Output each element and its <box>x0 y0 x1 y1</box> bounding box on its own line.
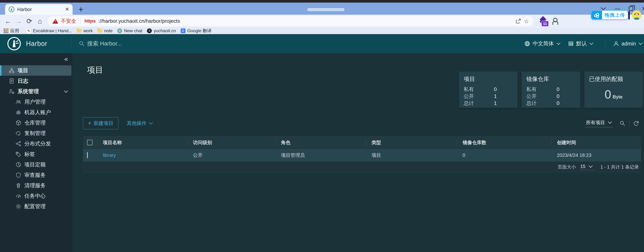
stat-row: 私有 0 <box>464 86 513 93</box>
stat-label: 私有 <box>464 86 494 93</box>
apps-grid-icon <box>4 29 8 33</box>
back-button[interactable]: ← <box>3 18 13 25</box>
address-bar[interactable]: 不安全 https ://harbor.yuchaoit.cn/harbor/p… <box>48 16 534 26</box>
project-name-link[interactable]: library <box>97 152 188 158</box>
sidebar-item-robot[interactable]: 机器人账户 <box>0 107 72 118</box>
sidebar-item-logs[interactable]: 日志 <box>0 76 72 86</box>
system-icon <box>8 88 15 94</box>
access-level-cell: 公开 <box>188 152 276 158</box>
security-warning-icon[interactable] <box>52 19 58 24</box>
sidebar-item-distribution[interactable]: 分布式分发 <box>0 138 72 149</box>
bookmark-label: Excalidraw | Hand... <box>33 28 72 33</box>
gear-icon <box>16 203 22 209</box>
sidebar-item-registry[interactable]: 仓库管理 <box>0 118 72 128</box>
global-search[interactable]: 搜索 Harbor... <box>78 40 524 48</box>
browser-tab[interactable]: Harbor ✕ <box>5 4 72 15</box>
language-selector[interactable]: 中文简体 <box>524 40 561 47</box>
sidebar-item-replication[interactable]: 复制管理 <box>0 128 72 138</box>
bookmark-item[interactable]: ✎Excalidraw | Hand... <box>26 28 72 33</box>
quota-value: 0Byte <box>589 88 638 101</box>
select-all-checkbox[interactable] <box>83 137 97 148</box>
sidebar-item-trash[interactable]: 清理服务 <box>0 180 72 191</box>
bookmark-item[interactable]: work <box>77 28 93 33</box>
extension-tampermonkey-icon[interactable]: 11 <box>539 17 547 25</box>
sidebar-item-gear[interactable]: 配置管理 <box>0 201 72 212</box>
main-content: 项目 项目 私有 0 公开 1 总计 1 镜像仓库 私有 0 公开 0 总计 0… <box>72 53 644 252</box>
stat-card-title: 已使用的配额 <box>589 75 638 83</box>
stat-value: 0 <box>556 93 560 100</box>
bookmark-label: work <box>84 28 93 33</box>
apps-menu[interactable]: 应用 <box>4 28 19 34</box>
creation-time-cell: 2023/4/24 18:23 <box>552 152 641 158</box>
home-button[interactable]: ⌂ <box>35 18 45 25</box>
chevron-down-icon <box>556 42 561 45</box>
stat-label: 总计 <box>464 100 494 107</box>
distribution-icon <box>16 141 22 147</box>
column-header[interactable]: 角色 <box>276 137 366 148</box>
tab-search-chevron-icon[interactable] <box>600 7 606 11</box>
address-separator <box>80 18 80 24</box>
stat-row: 总计 1 <box>464 100 513 107</box>
column-header[interactable]: 创建时间 <box>552 137 641 148</box>
column-header[interactable]: 访问级别 <box>188 137 276 148</box>
user-menu[interactable]: admin <box>613 41 643 47</box>
project-filter-dropdown[interactable]: 所有项目 <box>585 119 613 127</box>
bookmark-item[interactable]: ✳New chat <box>117 28 142 33</box>
refresh-button[interactable] <box>633 120 639 126</box>
repo-count-cell: 0 <box>457 152 552 158</box>
bookmark-item[interactable]: 文Google 翻译 <box>181 28 212 34</box>
theme-selector[interactable]: 默认 <box>568 40 594 47</box>
other-actions-dropdown[interactable]: 其他操作 <box>127 120 153 127</box>
row-checkbox[interactable] <box>83 152 97 158</box>
page-size-value: 15 <box>580 164 585 169</box>
share-icon[interactable] <box>515 18 522 24</box>
sidebar-collapse-icon[interactable]: « <box>64 56 68 62</box>
bookmark-star-icon[interactable]: ☆ <box>524 18 529 24</box>
netdisk-upload-overlay[interactable]: 拖拽上传 <box>591 10 628 20</box>
chatgpt-icon: ✳ <box>117 29 122 33</box>
harbor-favicon <box>8 6 15 13</box>
new-tab-button[interactable]: + <box>78 5 84 14</box>
sidebar-item-label[interactable]: 标签 <box>0 149 72 159</box>
extension-search-person-icon[interactable] <box>552 18 558 25</box>
user-label: admin <box>622 41 636 47</box>
type-cell: 项目 <box>366 152 457 158</box>
sidebar-item-projects[interactable]: 项目 <box>2 65 72 76</box>
sidebar-item-system[interactable]: 系统管理 <box>0 86 72 97</box>
close-button[interactable]: ✕ <box>642 6 644 11</box>
security-warning-label[interactable]: 不安全 <box>61 18 76 25</box>
tab-close-icon[interactable]: ✕ <box>65 7 69 12</box>
tab-title: Harbor <box>17 7 62 12</box>
sidebar-item-gauge[interactable]: 任务中心 <box>0 191 72 201</box>
bookmark-item[interactable]: Syuchaoit.cn <box>147 28 176 33</box>
column-header[interactable]: 镜像仓库数 <box>457 137 552 148</box>
sidebar-item-label: 系统管理 <box>18 88 39 95</box>
new-project-button[interactable]: + 新建项目 <box>83 117 118 129</box>
forward-button[interactable]: → <box>14 18 24 25</box>
url-scheme: https <box>84 18 96 24</box>
plus-icon: + <box>88 121 92 126</box>
sidebar-item-quota[interactable]: 项目定额 <box>0 159 72 170</box>
apps-label: 应用 <box>10 28 19 34</box>
sidebar-item-users[interactable]: 用户管理 <box>0 97 72 107</box>
gauge-icon <box>16 193 22 199</box>
drag-handle[interactable] <box>307 8 344 11</box>
column-header[interactable]: 项目名称 <box>97 137 188 148</box>
sidebar-item-label: 配置管理 <box>24 203 46 210</box>
sidebar-item-shield[interactable]: 审查服务 <box>0 170 72 180</box>
reload-button[interactable]: ⟳ <box>24 18 34 25</box>
bookmark-item[interactable]: note <box>98 28 113 33</box>
browser-profile-avatar[interactable] <box>632 10 642 20</box>
column-header[interactable]: 类型 <box>366 137 457 148</box>
bookmark-label: New chat <box>124 28 142 33</box>
table-row[interactable]: library 公开 项目管理员 项目 0 2023/4/24 18:23 <box>83 148 641 162</box>
sidebar-item-label: 机器人账户 <box>24 109 51 116</box>
page-size-select[interactable]: 15 <box>579 164 594 170</box>
shield-icon <box>16 172 22 178</box>
header-divider <box>71 38 71 49</box>
robot-icon <box>16 109 22 115</box>
table-footer: 页面大小 15 1 - 1 共计 1 条记录 <box>83 162 641 172</box>
restore-button[interactable] <box>629 7 633 11</box>
harbor-logo <box>7 37 21 51</box>
table-search-button[interactable] <box>619 120 626 126</box>
